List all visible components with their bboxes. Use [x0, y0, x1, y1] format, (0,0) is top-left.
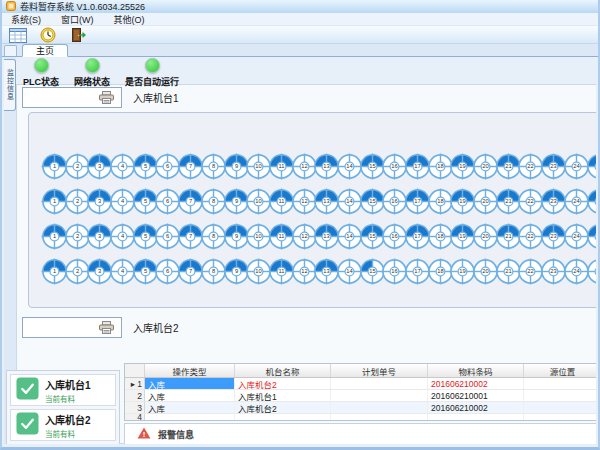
- reel-slot-1-18[interactable]: 18: [427, 153, 450, 180]
- reel-slot-3-1[interactable]: 1: [41, 223, 64, 250]
- table-row-3[interactable]: 3入库入库机台2201606210002: [125, 402, 596, 414]
- reel-slot-3-22[interactable]: 22: [517, 223, 540, 250]
- cell-r1-c1[interactable]: 入库: [145, 378, 235, 389]
- reel-slot-1-11[interactable]: 11: [268, 153, 291, 180]
- table-row-2[interactable]: 2入库入库机台1201606210001: [125, 390, 596, 402]
- reel-slot-4-19[interactable]: 19: [449, 258, 472, 285]
- reel-slot-4-24[interactable]: 24: [563, 258, 586, 285]
- machine1-print-button[interactable]: [22, 87, 122, 108]
- reel-slot-2-2[interactable]: 2: [64, 188, 87, 215]
- reel-slot-2-16[interactable]: 16: [381, 188, 404, 215]
- reel-slot-3-3[interactable]: 3: [86, 223, 109, 250]
- dock-vertical-tab[interactable]: 监控信息: [4, 59, 16, 111]
- exit-icon[interactable]: [68, 26, 88, 43]
- title-bar[interactable]: 卷料暂存系统 V1.0.6034.25526: [2, 0, 598, 13]
- reel-slot-3-2[interactable]: 2: [64, 223, 87, 250]
- dock-tab-stub[interactable]: [4, 45, 17, 56]
- reel-slot-2-7[interactable]: 7: [177, 188, 200, 215]
- cell-r1-c2[interactable]: 入库机台2: [235, 378, 331, 389]
- reel-slot-4-5[interactable]: 5: [132, 258, 155, 285]
- reel-slot-2-17[interactable]: 17: [404, 188, 427, 215]
- reel-slot-1-9[interactable]: 9: [223, 153, 246, 180]
- reel-slot-2-11[interactable]: 11: [268, 188, 291, 215]
- reel-slot-2-22[interactable]: 22: [517, 188, 540, 215]
- reel-slot-2-21[interactable]: 21: [495, 188, 518, 215]
- reel-slot-4-14[interactable]: 14: [336, 258, 359, 285]
- reel-slot-2-5[interactable]: 5: [132, 188, 155, 215]
- reel-slot-3-24[interactable]: 24: [563, 223, 586, 250]
- reel-slot-4-16[interactable]: 16: [381, 258, 404, 285]
- table-row-1[interactable]: ▸ 1入库入库机台2201606210002: [125, 378, 596, 390]
- reel-slot-3-5[interactable]: 5: [132, 223, 155, 250]
- reel-slot-2-18[interactable]: 18: [427, 188, 450, 215]
- reel-slot-3-17[interactable]: 17: [404, 223, 427, 250]
- reel-slot-2-23[interactable]: 23: [540, 188, 563, 215]
- reel-slot-4-6[interactable]: 6: [154, 258, 177, 285]
- cell-r3-c4[interactable]: 201606210002: [428, 402, 524, 413]
- column-header-2[interactable]: 机台名称: [235, 364, 331, 377]
- cell-r2-c5[interactable]: [524, 390, 596, 401]
- reel-slot-3-6[interactable]: 6: [154, 223, 177, 250]
- reel-slot-3-9[interactable]: 9: [223, 223, 246, 250]
- reel-slot-2-6[interactable]: 6: [154, 188, 177, 215]
- reel-slot-2-8[interactable]: 8: [200, 188, 223, 215]
- reel-slot-3-15[interactable]: 15: [359, 223, 382, 250]
- reel-slot-1-4[interactable]: 4: [109, 153, 132, 180]
- cell-r1-c5[interactable]: [524, 378, 596, 389]
- reel-slot-3-12[interactable]: 12: [291, 223, 314, 250]
- reel-slot-2-19[interactable]: 19: [449, 188, 472, 215]
- reel-slot-4-22[interactable]: 22: [517, 258, 540, 285]
- reel-slot-2-12[interactable]: 12: [291, 188, 314, 215]
- reel-slot-2-15[interactable]: 15: [359, 188, 382, 215]
- cell-r1-c3[interactable]: [331, 378, 428, 389]
- reel-slot-4-11[interactable]: 11: [268, 258, 291, 285]
- reel-slot-1-2[interactable]: 2: [64, 153, 87, 180]
- reel-slot-4-17[interactable]: 17: [404, 258, 427, 285]
- reel-slot-4-9[interactable]: 9: [223, 258, 246, 285]
- reel-slot-2-25[interactable]: 25: [586, 188, 597, 215]
- cell-r3-c5[interactable]: [524, 402, 596, 413]
- reel-slot-4-2[interactable]: 2: [64, 258, 87, 285]
- reel-slot-1-20[interactable]: 20: [472, 153, 495, 180]
- cell-r3-c1[interactable]: 入库: [145, 402, 235, 413]
- cell-r3-c3[interactable]: [331, 402, 428, 413]
- reel-slot-1-7[interactable]: 7: [177, 153, 200, 180]
- menu-window[interactable]: 窗口(W): [61, 13, 94, 26]
- reel-slot-2-1[interactable]: 1: [41, 188, 64, 215]
- column-header-1[interactable]: 操作类型: [145, 364, 235, 377]
- reel-slot-1-5[interactable]: 5: [132, 153, 155, 180]
- reel-slot-3-14[interactable]: 14: [336, 223, 359, 250]
- tab-home[interactable]: 主页: [22, 44, 68, 57]
- reel-slot-3-4[interactable]: 4: [109, 223, 132, 250]
- column-header-4[interactable]: 物料条码: [428, 364, 524, 377]
- reel-slot-1-12[interactable]: 12: [291, 153, 314, 180]
- reel-slot-1-8[interactable]: 8: [200, 153, 223, 180]
- reel-slot-4-18[interactable]: 18: [427, 258, 450, 285]
- reel-slot-4-10[interactable]: 10: [245, 258, 268, 285]
- reel-slot-3-20[interactable]: 20: [472, 223, 495, 250]
- reel-slot-1-6[interactable]: 6: [154, 153, 177, 180]
- cell-r2-c4[interactable]: 201606210001: [428, 390, 524, 401]
- reel-slot-3-11[interactable]: 11: [268, 223, 291, 250]
- reel-slot-3-10[interactable]: 10: [245, 223, 268, 250]
- machine2-print-button[interactable]: [22, 317, 122, 338]
- clock-icon[interactable]: [38, 26, 58, 43]
- cell-r2-c3[interactable]: [331, 390, 428, 401]
- reel-slot-1-17[interactable]: 17: [404, 153, 427, 180]
- reel-slot-4-8[interactable]: 8: [200, 258, 223, 285]
- reel-slot-1-10[interactable]: 10: [245, 153, 268, 180]
- reel-slot-2-13[interactable]: 13: [313, 188, 336, 215]
- reel-slot-1-3[interactable]: 3: [86, 153, 109, 180]
- reel-slot-2-4[interactable]: 4: [109, 188, 132, 215]
- menu-system[interactable]: 系统(S): [11, 13, 41, 26]
- reel-slot-2-14[interactable]: 14: [336, 188, 359, 215]
- reel-slot-4-13[interactable]: 13: [313, 258, 336, 285]
- column-header-5[interactable]: 源位置: [524, 364, 596, 377]
- reel-slot-4-1[interactable]: 1: [41, 258, 64, 285]
- reel-slot-2-10[interactable]: 10: [245, 188, 268, 215]
- reel-slot-2-3[interactable]: 3: [86, 188, 109, 215]
- reel-slot-4-7[interactable]: 7: [177, 258, 200, 285]
- reel-slot-1-15[interactable]: 15: [359, 153, 382, 180]
- reel-slot-1-24[interactable]: 24: [563, 153, 586, 180]
- reel-slot-1-13[interactable]: 13: [313, 153, 336, 180]
